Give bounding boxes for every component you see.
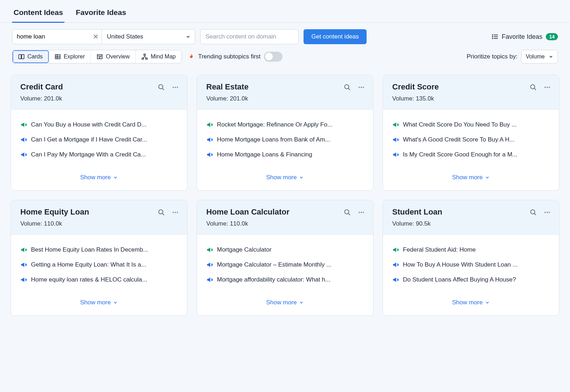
megaphone-icon (206, 151, 213, 158)
megaphone-icon (392, 151, 399, 158)
topic-card: Real Estate Volume: 201.0k Rocket Mortga… (197, 75, 373, 191)
view-mindmap-button[interactable]: Mind Map (136, 50, 181, 63)
card-body: What Credit Score Do You Need To Buy ...… (383, 110, 559, 170)
view-overview-button[interactable]: Overview (91, 50, 136, 63)
megaphone-icon (20, 122, 27, 128)
show-more-button[interactable]: Show more (383, 295, 559, 315)
card-title: Home Equity Loan (20, 207, 89, 217)
svg-point-26 (177, 87, 178, 88)
svg-rect-7 (22, 55, 24, 59)
svg-point-44 (359, 212, 360, 213)
clear-icon[interactable]: ✕ (93, 33, 98, 41)
idea-row[interactable]: Federal Student Aid: Home (392, 246, 550, 253)
card-volume: Volume: 90.5k (392, 220, 442, 227)
idea-row[interactable]: Rocket Mortgage: Refinance Or Apply Fo..… (206, 121, 364, 128)
svg-rect-18 (146, 58, 147, 60)
chevron-down-icon (299, 175, 304, 180)
more-icon[interactable] (357, 84, 365, 91)
more-icon[interactable] (543, 84, 551, 91)
view-mode-group: Cards Explorer Overview Mind Map (12, 50, 182, 63)
filter-bar: ✕ United States Get content ideas Favori… (0, 23, 570, 48)
svg-point-30 (361, 87, 362, 88)
svg-point-36 (549, 87, 550, 88)
tab-favorite-ideas[interactable]: Favorite Ideas (74, 5, 128, 23)
search-icon[interactable] (158, 209, 165, 216)
favorite-ideas-link[interactable]: Favorite Ideas 14 (492, 33, 558, 41)
search-domain-input[interactable] (200, 29, 299, 44)
svg-point-4 (492, 38, 493, 39)
svg-point-0 (492, 35, 493, 35)
idea-text: How To Buy A House With Student Loan ... (403, 261, 518, 268)
show-more-button[interactable]: Show more (197, 170, 373, 190)
get-content-ideas-button[interactable]: Get content ideas (304, 29, 367, 44)
idea-row[interactable]: Mortgage Calculator (206, 246, 364, 253)
idea-row[interactable]: Best Home Equity Loan Rates In Decemb... (20, 246, 178, 253)
megaphone-icon (20, 262, 27, 268)
svg-point-41 (177, 212, 178, 213)
country-select[interactable]: United States (102, 29, 195, 44)
search-icon[interactable] (344, 84, 351, 91)
idea-text: Rocket Mortgage: Refinance Or Apply Fo..… (217, 121, 332, 128)
megaphone-icon (20, 151, 27, 158)
idea-row[interactable]: Can You Buy a House with Credit Card D..… (20, 121, 178, 128)
show-more-button[interactable]: Show more (197, 295, 373, 315)
search-icon[interactable] (530, 84, 537, 91)
search-icon[interactable] (158, 84, 165, 91)
topic-card: Home Equity Loan Volume: 110.0k Best Hom… (11, 200, 187, 316)
more-icon[interactable] (171, 84, 179, 91)
more-icon[interactable] (543, 209, 551, 216)
mindmap-icon (141, 53, 148, 60)
trending-toggle[interactable] (264, 52, 283, 62)
idea-row[interactable]: Is My Credit Score Good Enough for a M..… (392, 151, 550, 158)
trending-toggle-group: Trending subtopics first (188, 52, 283, 62)
idea-row[interactable]: Mortgage affordability calculator: What … (206, 276, 364, 283)
idea-text: Getting a Home Equity Loan: What It Is a… (31, 261, 146, 268)
show-more-button[interactable]: Show more (11, 170, 187, 190)
idea-row[interactable]: What's A Good Credit Score To Buy A H... (392, 136, 550, 143)
topic-card: Credit Card Volume: 201.0k Can You Buy a… (11, 75, 187, 191)
idea-row[interactable]: What Credit Score Do You Need To Buy ... (392, 121, 550, 128)
idea-row[interactable]: How To Buy A House With Student Loan ... (392, 261, 550, 268)
svg-point-37 (159, 210, 163, 214)
view-cards-button[interactable]: Cards (12, 50, 49, 63)
show-more-button[interactable]: Show more (11, 295, 187, 315)
idea-row[interactable]: Do Student Loans Affect Buying A House? (392, 276, 550, 283)
svg-point-22 (159, 85, 163, 89)
keyword-input[interactable] (12, 29, 102, 44)
svg-line-28 (348, 88, 350, 90)
search-icon[interactable] (530, 209, 537, 216)
idea-row[interactable]: Home Mortgage Loans & Financing (206, 151, 364, 158)
topic-card: Home Loan Calculator Volume: 110.0k Mort… (197, 200, 373, 316)
idea-text: Can You Buy a House with Credit Card D..… (31, 121, 146, 128)
idea-row[interactable]: Home Mortgage Loans from Bank of Am... (206, 136, 364, 143)
prioritize-select[interactable]: Volume (521, 50, 558, 63)
view-explorer-button[interactable]: Explorer (49, 50, 91, 63)
table-icon (55, 53, 61, 60)
idea-row[interactable]: Getting a Home Equity Loan: What It Is a… (20, 261, 178, 268)
show-more-button[interactable]: Show more (383, 170, 559, 190)
card-title: Real Estate (206, 82, 249, 92)
svg-point-39 (173, 212, 174, 213)
megaphone-icon (206, 136, 213, 143)
megaphone-icon (392, 277, 399, 283)
idea-text: Home equity loan rates & HELOC calcula..… (31, 276, 147, 283)
topic-card: Credit Score Volume: 135.0k What Credit … (383, 75, 559, 191)
idea-text: What's A Good Credit Score To Buy A H... (403, 136, 514, 143)
idea-row[interactable]: Can I Get a Mortgage if I Have Credit Ca… (20, 136, 178, 143)
more-icon[interactable] (171, 209, 179, 216)
cards-grid: Credit Card Volume: 201.0k Can You Buy a… (0, 71, 570, 326)
tab-content-ideas[interactable]: Content Ideas (12, 5, 64, 23)
svg-point-49 (545, 212, 546, 213)
search-icon[interactable] (344, 209, 351, 216)
idea-row[interactable]: Can I Pay My Mortgage With a Credit Ca..… (20, 151, 178, 158)
svg-point-40 (175, 212, 176, 213)
svg-point-24 (173, 87, 174, 88)
idea-text: What Credit Score Do You Need To Buy ... (403, 121, 517, 128)
idea-row[interactable]: Mortgage Calculator – Estimate Monthly .… (206, 261, 364, 268)
idea-text: Best Home Equity Loan Rates In Decemb... (31, 246, 148, 253)
more-icon[interactable] (357, 209, 365, 216)
card-volume: Volume: 110.0k (20, 220, 89, 227)
svg-point-27 (345, 85, 349, 89)
idea-row[interactable]: Home equity loan rates & HELOC calcula..… (20, 276, 178, 283)
cards-icon (18, 53, 25, 60)
